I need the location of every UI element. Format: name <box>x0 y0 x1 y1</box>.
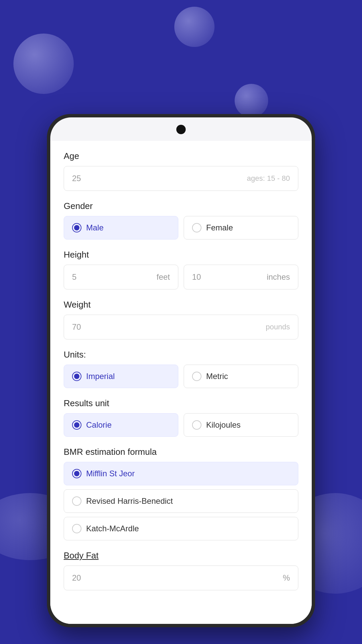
results-calorie-radio <box>72 420 81 430</box>
gender-female-radio <box>192 223 201 232</box>
bmr-harris-label: Revised Harris-Benedict <box>86 496 173 506</box>
units-group: Imperial Metric <box>64 365 298 388</box>
bg-sphere-2 <box>174 7 215 47</box>
age-label: Age <box>64 151 298 161</box>
height-inches-input[interactable]: 10 inches <box>184 265 298 289</box>
age-value: 25 <box>72 174 81 183</box>
body-fat-value: 20 <box>72 573 81 583</box>
weight-label: Weight <box>64 300 298 310</box>
bmr-mifflin-option[interactable]: Mifflin St Jeor <box>64 462 298 485</box>
bmr-harris-option[interactable]: Revised Harris-Benedict <box>64 489 298 513</box>
gender-group: Male Female <box>64 216 298 239</box>
height-label: Height <box>64 250 298 260</box>
results-kilojoules-label: Kilojoules <box>206 420 241 430</box>
age-hint: ages: 15 - 80 <box>247 174 290 183</box>
units-label: Units: <box>64 350 298 360</box>
units-metric-option[interactable]: Metric <box>184 365 298 388</box>
body-fat-input[interactable]: 20 % <box>64 566 298 590</box>
bmr-mifflin-label: Mifflin St Jeor <box>86 469 135 478</box>
bmr-katch-option[interactable]: Katch-McArdle <box>64 517 298 540</box>
phone-frame: Age 25 ages: 15 - 80 Gender Male Female … <box>47 114 315 627</box>
body-fat-label: Body Fat <box>64 550 298 561</box>
units-imperial-radio <box>72 372 81 381</box>
phone-screen: Age 25 ages: 15 - 80 Gender Male Female … <box>50 117 312 624</box>
height-inches-unit: inches <box>267 272 290 282</box>
height-feet-input[interactable]: 5 feet <box>64 265 178 289</box>
height-inches-value: 10 <box>192 272 201 282</box>
weight-unit: pounds <box>266 323 290 331</box>
results-unit-group: Calorie Kilojoules <box>64 413 298 437</box>
height-group: 5 feet 10 inches <box>64 265 298 289</box>
gender-label: Gender <box>64 201 298 211</box>
bg-sphere-1 <box>13 34 74 94</box>
results-kilojoules-radio <box>192 420 201 430</box>
gender-female-label: Female <box>206 223 233 232</box>
gender-male-label: Male <box>86 223 104 232</box>
bmr-label: BMR estimation formula <box>64 447 298 457</box>
bmr-mifflin-radio <box>72 469 81 478</box>
age-input[interactable]: 25 ages: 15 - 80 <box>64 166 298 191</box>
body-fat-unit: % <box>283 573 290 583</box>
units-metric-radio <box>192 372 201 381</box>
bmr-katch-radio <box>72 524 81 533</box>
bmr-katch-label: Katch-McArdle <box>86 524 139 533</box>
gender-male-radio <box>72 223 81 232</box>
results-kilojoules-option[interactable]: Kilojoules <box>184 413 298 437</box>
results-calorie-option[interactable]: Calorie <box>64 413 178 437</box>
units-imperial-label: Imperial <box>86 372 115 381</box>
results-unit-label: Results unit <box>64 398 298 409</box>
gender-male-option[interactable]: Male <box>64 216 178 239</box>
camera-dot <box>176 125 186 134</box>
gender-female-option[interactable]: Female <box>184 216 298 239</box>
weight-value: 70 <box>72 322 81 332</box>
weight-input[interactable]: 70 pounds <box>64 315 298 339</box>
bg-sphere-3 <box>235 84 268 117</box>
height-feet-unit: feet <box>157 272 170 282</box>
units-metric-label: Metric <box>206 372 228 381</box>
units-imperial-option[interactable]: Imperial <box>64 365 178 388</box>
content-area: Age 25 ages: 15 - 80 Gender Male Female … <box>50 141 312 624</box>
height-feet-value: 5 <box>72 272 76 282</box>
bmr-harris-radio <box>72 496 81 506</box>
results-calorie-label: Calorie <box>86 420 112 430</box>
